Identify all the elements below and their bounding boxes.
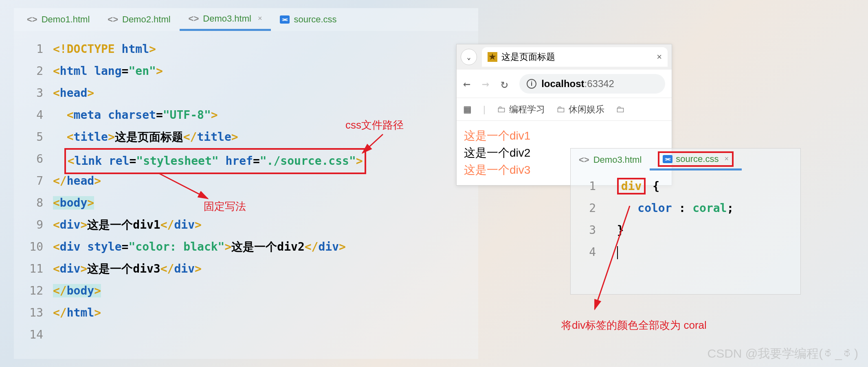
tab-label: Demo3.html: [203, 13, 251, 24]
tab-demo1[interactable]: <> Demo1.html: [18, 8, 99, 31]
line-number: 4: [14, 104, 53, 126]
line-number: 12: [14, 280, 53, 302]
annotation-fixed-syntax: 固定写法: [204, 199, 246, 214]
bookmark-study[interactable]: 🗀编程学习: [497, 103, 545, 116]
tab-label: source.css: [676, 154, 719, 164]
folder-icon: 🗀: [616, 104, 625, 115]
folder-icon: 🗀: [497, 104, 506, 115]
highlighted-selector: div: [617, 178, 646, 194]
css-code-content[interactable]: div { color : coral; }: [603, 175, 800, 263]
css-file-icon: ⫘: [280, 15, 290, 24]
tab-search-button[interactable]: ⌄: [461, 49, 477, 65]
line-number: 11: [14, 258, 53, 280]
ide-editor-panel: <> Demo1.html <> Demo2.html <> Demo3.htm…: [14, 8, 478, 359]
forward-button[interactable]: →: [482, 76, 489, 91]
code-line-5[interactable]: <title>这是页面标题</title>: [53, 126, 478, 148]
url-port: :63342: [585, 78, 614, 89]
code-content[interactable]: <!DOCTYPE html> <html lang="en"> <head> …: [53, 31, 478, 346]
tab-demo2[interactable]: <> Demo2.html: [99, 8, 179, 31]
line-number: 1: [14, 38, 53, 60]
rendered-div1: 这是一个div1: [464, 127, 664, 144]
browser-tab-title: 这是页面标题: [501, 51, 555, 63]
favicon-star-icon: ★: [488, 52, 497, 62]
bookmark-more[interactable]: 🗀: [616, 104, 625, 115]
line-number: 9: [14, 214, 53, 236]
line-number: 3: [14, 82, 53, 104]
folder-icon: 🗀: [556, 104, 565, 115]
close-icon[interactable]: ×: [258, 14, 262, 23]
html-file-icon: <>: [189, 13, 199, 24]
highlighted-link-tag: <link rel="stylesheet" href="./source.cs…: [64, 148, 366, 174]
line-number: 6: [14, 148, 53, 170]
code-line-10[interactable]: <div style="color: black">这是一个div2</div>: [53, 236, 478, 258]
annotation-change-color: 将div标签的颜色全部改为 coral: [561, 318, 707, 332]
browser-tab[interactable]: ★ 这是页面标题 ×: [482, 47, 668, 67]
line-number: 2: [14, 60, 53, 82]
url-host: localhost: [541, 78, 584, 89]
text-cursor: [617, 246, 618, 259]
reload-button[interactable]: ↻: [501, 76, 508, 91]
code-line-12[interactable]: </body>: [53, 280, 478, 302]
close-icon[interactable]: ×: [657, 52, 662, 62]
tab-demo3[interactable]: <> Demo3.html ×: [180, 8, 271, 31]
line-number: 13: [14, 302, 53, 324]
annotation-css-path: css文件路径: [345, 118, 404, 132]
code-area[interactable]: 1 2 3 4 5 6 7 8 9 10 11 12 13 14 <!DOCTY…: [14, 31, 478, 346]
css-line-2[interactable]: color : coral;: [603, 197, 800, 219]
bookmark-bar: ▦ | 🗀编程学习 🗀休闲娱乐 🗀: [457, 98, 672, 121]
line-number: 14: [14, 324, 53, 346]
line-number: 7: [14, 170, 53, 192]
line-number: 1: [571, 175, 603, 197]
html-file-icon: <>: [108, 14, 118, 25]
line-number: 3: [571, 219, 603, 241]
line-number: 8: [14, 192, 53, 214]
ide-tab-bar: <> Demo1.html <> Demo2.html <> Demo3.htm…: [14, 8, 478, 31]
site-info-icon[interactable]: i: [527, 79, 536, 89]
code-line-3[interactable]: <head>: [53, 82, 478, 104]
code-line-1[interactable]: <!DOCTYPE html>: [53, 38, 478, 60]
css-line-1[interactable]: div {: [603, 175, 800, 197]
css-file-icon: ⫘: [663, 155, 672, 163]
html-file-icon: <>: [27, 14, 37, 25]
tab-label: Demo2.html: [122, 14, 171, 25]
css-tab-bar: <> Demo3.html ⫘ source.css ×: [571, 149, 800, 171]
css-line-4[interactable]: [603, 241, 800, 263]
tab-source-css[interactable]: ⫘ source.css: [271, 8, 345, 31]
chevron-down-icon: ⌄: [467, 53, 471, 61]
css-code-area[interactable]: 1 2 3 4 div { color : coral; }: [571, 171, 800, 263]
code-line-4[interactable]: <meta charset="UTF-8">: [53, 104, 478, 126]
code-line-2[interactable]: <html lang="en">: [53, 60, 478, 82]
bookmark-entertainment[interactable]: 🗀休闲娱乐: [556, 103, 604, 116]
watermark: CSDN @我要学编程(ಥ_ಥ): [708, 345, 858, 362]
html-file-icon: <>: [579, 155, 589, 165]
css-editor-panel: <> Demo3.html ⫘ source.css × 1 2 3 4 div…: [570, 148, 801, 295]
browser-tab-bar: ⌄ ★ 这是页面标题 ×: [457, 44, 672, 70]
css-gutter: 1 2 3 4: [571, 175, 603, 263]
browser-toolbar: ← → ↻ i localhost:63342: [457, 70, 672, 98]
code-line-8[interactable]: <body>: [53, 192, 478, 214]
apps-icon[interactable]: ▦: [463, 104, 472, 115]
line-number: 10: [14, 236, 53, 258]
tab-label: Demo1.html: [42, 14, 90, 25]
code-line-13[interactable]: </html>: [53, 302, 478, 324]
back-button[interactable]: ←: [463, 76, 470, 91]
code-line-9[interactable]: <div>这是一个div1</div>: [53, 214, 478, 236]
address-bar[interactable]: i localhost:63342: [519, 74, 665, 94]
code-line-6[interactable]: <link rel="stylesheet" href="./source.cs…: [53, 148, 478, 170]
tab-label: source.css: [294, 14, 336, 25]
highlighted-css-tab: ⫘ source.css ×: [658, 151, 734, 167]
code-line-11[interactable]: <div>这是一个div3</div>: [53, 258, 478, 280]
tab-source-css-active[interactable]: ⫘ source.css ×: [650, 149, 742, 170]
line-number: 4: [571, 241, 603, 263]
line-gutter: 1 2 3 4 5 6 7 8 9 10 11 12 13 14: [14, 31, 53, 346]
line-number: 5: [14, 126, 53, 148]
tab-demo3-css-view[interactable]: <> Demo3.html: [571, 149, 650, 170]
tab-label: Demo3.html: [593, 155, 642, 165]
line-number: 2: [571, 197, 603, 219]
close-icon[interactable]: ×: [724, 155, 729, 163]
css-line-3[interactable]: }: [603, 219, 800, 241]
